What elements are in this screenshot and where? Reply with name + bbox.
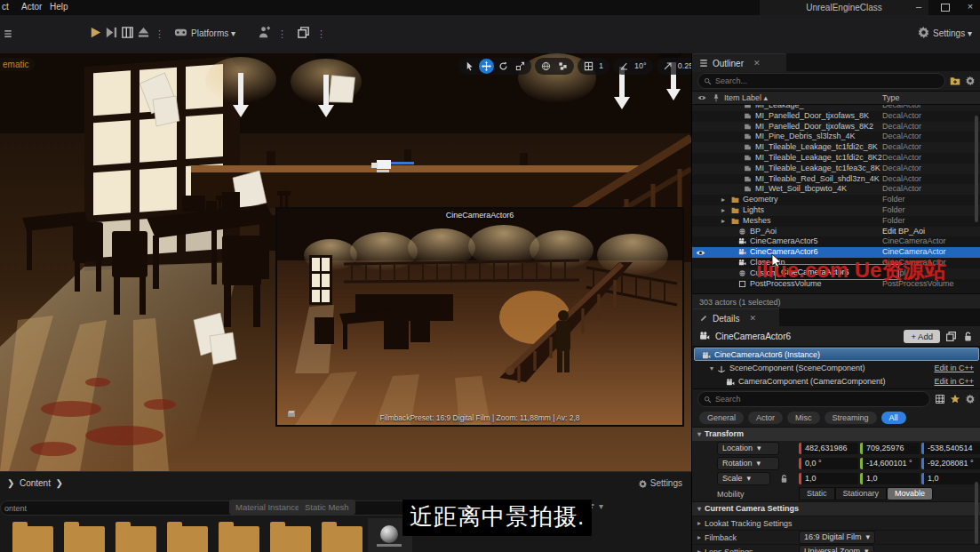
filter-chip-static-mesh[interactable]: Static Mesh (299, 500, 355, 515)
visibility-gutter[interactable] (696, 279, 708, 289)
content-folder-tile[interactable] (322, 521, 363, 552)
content-settings-button[interactable]: Settings (638, 478, 682, 489)
settings-gear-icon[interactable] (917, 26, 931, 40)
level-viewport[interactable]: ematic 1 10° 0.25 (0, 53, 691, 471)
section-lens-settings[interactable]: ▸Lens SettingsUniversal Zoom ▾ (692, 544, 980, 552)
details-search-input[interactable]: Search (697, 391, 930, 407)
add-component-button[interactable]: + Add (904, 330, 940, 343)
location-y-field[interactable]: 709,25976 (860, 443, 920, 454)
details-tab[interactable]: Details ✕ (692, 308, 779, 327)
outliner-row[interactable]: ▸LightsFolder (692, 205, 980, 216)
browse-icon-button[interactable] (945, 331, 957, 342)
visibility-gutter[interactable] (696, 174, 708, 184)
rotate-tool-button[interactable] (496, 59, 511, 74)
outliner-row[interactable]: MI_Panelled_Door_tjxofaws_8K2DecalActor (692, 122, 980, 132)
edit-in-cpp-link[interactable]: Edit in C++ (934, 362, 974, 375)
section-lookat-tracking-settings[interactable]: ▸Lookat Tracking Settings (692, 516, 980, 530)
outliner-row[interactable]: PostProcessVolumePostProcessVolume (692, 279, 980, 290)
play-options-kebab[interactable]: ⋮ (155, 28, 164, 40)
details-tab-actor[interactable]: Actor (748, 412, 783, 424)
details-tab-general[interactable]: General (699, 412, 744, 424)
outliner-scrollbar[interactable] (975, 116, 978, 222)
menu-project-partial[interactable]: ct (2, 2, 9, 12)
settings-button[interactable]: Settings ▾ (933, 28, 972, 38)
component-row[interactable]: CameraComponent (CameraComponent)Edit in… (692, 375, 980, 388)
section-value-dropdown[interactable]: Universal Zoom ▾ (799, 545, 874, 552)
move-tool-button[interactable] (479, 59, 494, 74)
eject-button[interactable] (137, 26, 151, 40)
frame-skip-button[interactable] (121, 26, 135, 40)
recent-assets-icon[interactable] (297, 26, 311, 40)
rotation-snap-value[interactable]: 10° (633, 61, 649, 70)
section-value-dropdown[interactable]: 16:9 Digital Film ▾ (799, 531, 875, 544)
menu-actor[interactable]: Actor (21, 2, 42, 12)
pin-column-icon[interactable] (712, 93, 721, 102)
outliner-row[interactable]: ▸GeometryFolder (692, 195, 980, 205)
scale-dropdown[interactable]: Scale ▾ (717, 472, 770, 485)
outliner-row[interactable]: CineCameraActor5CineCameraActor (692, 236, 980, 247)
visibility-gutter[interactable] (696, 164, 708, 173)
details-tab-all[interactable]: All (881, 412, 906, 424)
content-folder-tile[interactable] (64, 521, 105, 552)
world-space-toggle[interactable] (538, 59, 554, 74)
item-label-column[interactable]: Item Label ▴ (724, 93, 768, 102)
details-settings-icon[interactable] (965, 394, 976, 404)
close-button[interactable]: × (960, 0, 980, 14)
mobility-movable-button[interactable]: Movable (887, 487, 933, 500)
visibility-gutter[interactable] (696, 132, 708, 141)
content-folder-tile[interactable] (167, 521, 208, 552)
close-tab-icon[interactable]: ✕ (753, 59, 761, 68)
visibility-gutter[interactable] (696, 195, 708, 204)
modes-chevron[interactable] (4, 28, 18, 43)
outliner-row[interactable]: MI_Leakage_DecalActor (692, 105, 980, 111)
rotation-x-field[interactable]: 0,0 ° (799, 458, 858, 469)
scale-snap-value[interactable]: 0.25 (677, 61, 691, 70)
breadcrumb[interactable]: ❯ Content ❯ (7, 478, 63, 488)
scale-snap-toggle[interactable] (660, 59, 675, 74)
visibility-gutter[interactable] (696, 142, 708, 152)
content-folder-tile[interactable] (116, 521, 156, 552)
location-x-field[interactable]: 482,631986 (799, 443, 858, 454)
visibility-gutter[interactable] (696, 184, 708, 194)
scale-z-field[interactable]: 1,0 (921, 473, 980, 484)
lock-icon-button[interactable] (962, 331, 974, 342)
outliner-row[interactable]: MI_Tileable_Leakage_tc1fea3c_8KDecalActo… (692, 164, 980, 174)
type-column[interactable]: Type (882, 93, 900, 102)
device-options-kebab[interactable]: ⋮ (277, 28, 287, 40)
outliner-row[interactable]: MI_Panelled_Door_tjxofaws_8KDecalActor (692, 111, 980, 122)
component-row[interactable]: ▾SceneComponent (SceneComponent)Edit in … (692, 362, 980, 375)
mobility-stationary-button[interactable]: Stationary (835, 487, 888, 500)
visibility-gutter[interactable] (696, 216, 708, 226)
select-tool-button[interactable] (462, 59, 477, 74)
platforms-icon[interactable] (174, 26, 188, 40)
assets-options-kebab[interactable]: ⋮ (316, 28, 326, 40)
details-tab-streaming[interactable]: Streaming (825, 412, 877, 424)
filter-chevron[interactable]: ▾ (599, 501, 603, 511)
content-folder-tile[interactable] (270, 521, 311, 552)
display-filter-icon[interactable] (935, 394, 945, 404)
visibility-gutter[interactable] (696, 105, 708, 110)
details-tab-misc[interactable]: Misc (787, 412, 820, 424)
restore-button[interactable] (935, 0, 956, 14)
location-z-field[interactable]: -538,540514 (921, 443, 980, 454)
component-row[interactable]: CineCameraActor6 (Instance) (694, 348, 979, 361)
rotation-dropdown[interactable]: Rotation ▾ (717, 457, 779, 470)
outliner-row[interactable]: ▸MeshesFolder (692, 216, 980, 227)
new-folder-icon[interactable] (950, 76, 960, 86)
content-folder-tile[interactable] (219, 521, 259, 552)
expander-arrow[interactable]: ▸ (721, 205, 725, 216)
rotation-z-field[interactable]: -92,208081 ° (921, 458, 980, 469)
visibility-column-icon[interactable] (697, 93, 706, 102)
location-dropdown[interactable]: Location ▾ (717, 442, 779, 455)
visibility-gutter[interactable] (696, 258, 708, 268)
outliner-row[interactable]: MI_Tileable_Leakage_tc1fdi2c_8K2DecalAct… (692, 153, 980, 164)
grid-snap-value[interactable]: 1 (598, 61, 606, 70)
outliner-row[interactable]: MI_Wet_Soil_tbcpwto_4KDecalActor (692, 184, 980, 195)
play-button[interactable] (89, 26, 103, 40)
outliner-tab[interactable]: Outliner ✕ (692, 53, 786, 72)
visibility-gutter[interactable] (696, 205, 708, 215)
visibility-gutter[interactable] (696, 153, 708, 163)
expander-arrow[interactable]: ▾ (710, 364, 713, 372)
close-tab-icon[interactable]: ✕ (750, 314, 757, 323)
surface-snap-toggle[interactable] (555, 59, 570, 74)
